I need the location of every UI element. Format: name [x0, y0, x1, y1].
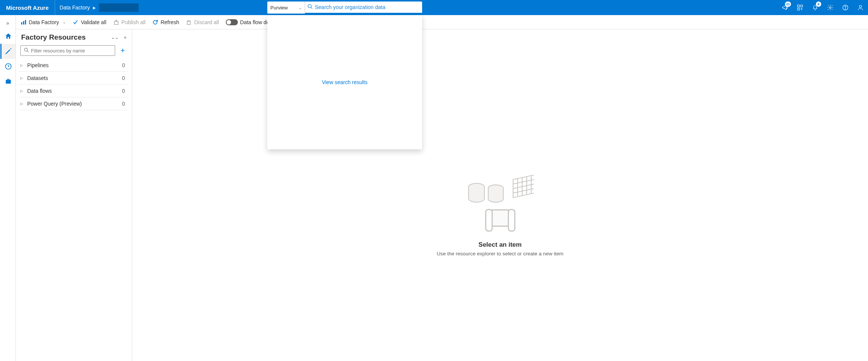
notifications-button[interactable]: 6	[808, 0, 823, 15]
chevron-down-icon: ⌄	[299, 6, 302, 10]
svg-rect-10	[6, 80, 11, 84]
svg-point-0	[308, 5, 311, 8]
resources-collapse-pane-icon[interactable]: «	[124, 35, 126, 40]
resources-filter-row: +	[19, 45, 129, 56]
feedback-button[interactable]	[853, 0, 868, 15]
chevron-right-icon: ▷	[20, 76, 24, 80]
command-validate-all[interactable]: Validate all	[72, 19, 106, 25]
left-rail: »	[0, 15, 16, 361]
resources-item-datasets[interactable]: ▷Datasets 0	[19, 72, 129, 84]
command-validate-all-label: Validate all	[81, 19, 106, 25]
notifications-badge: 6	[816, 2, 821, 7]
svg-point-16	[25, 48, 28, 51]
resources-item-powerquery[interactable]: ▷Power Query (Preview) 0	[19, 97, 129, 110]
resources-filter[interactable]	[20, 45, 115, 56]
svg-point-5	[829, 7, 831, 9]
command-discard-all: Discard all	[186, 19, 219, 25]
command-data-factory[interactable]: Data Factory ⌄	[20, 19, 66, 25]
chevron-right-icon: ▷	[20, 102, 24, 106]
resources-list: ▷Pipelines 0 ▷Datasets 0 ▷Data flows 0 ▷…	[19, 59, 129, 110]
nav-manage[interactable]	[0, 74, 15, 89]
command-publish-all-label: Publish all	[122, 19, 146, 25]
azure-header: Microsoft Azure Data Factory ▶ Purview ⌄…	[0, 0, 868, 15]
expand-rail[interactable]: »	[0, 17, 15, 29]
command-data-factory-label: Data Factory	[29, 19, 59, 25]
nav-author[interactable]	[0, 44, 15, 59]
resources-item-pipelines[interactable]: ▷Pipelines 0	[19, 59, 129, 72]
content-column: Data Factory ⌄ Validate all Publish all …	[16, 15, 868, 361]
help-button[interactable]	[838, 0, 853, 15]
svg-point-7	[845, 9, 845, 9]
search-scope-label: Purview	[270, 5, 288, 11]
nav-monitor[interactable]	[0, 59, 15, 74]
resources-item-dataflows[interactable]: ▷Data flows 0	[19, 84, 129, 97]
main: » Data Factory ⌄ Validate all	[0, 15, 868, 361]
resources-title: Factory Resources	[21, 33, 86, 41]
header-right: 21 6	[777, 0, 868, 15]
svg-rect-14	[114, 22, 118, 25]
empty-state-illustration	[464, 164, 536, 236]
resources-item-count: 0	[122, 62, 125, 68]
command-discard-all-label: Discard all	[194, 19, 219, 25]
empty-state-subtitle: Use the resource explorer to select or c…	[437, 251, 563, 257]
svg-rect-15	[187, 21, 190, 25]
command-publish-all: Publish all	[113, 19, 146, 25]
search-icon	[24, 47, 29, 54]
svg-rect-4	[797, 8, 799, 10]
resources-item-count: 0	[122, 101, 125, 107]
search-box[interactable]	[305, 2, 422, 14]
empty-state-title: Select an item	[437, 241, 563, 249]
resources-item-count: 0	[122, 75, 125, 81]
svg-point-8	[859, 5, 862, 8]
breadcrumb: Data Factory ▶	[55, 3, 139, 12]
breadcrumb-resource-redacted[interactable]	[99, 3, 139, 12]
command-refresh-label: Refresh	[160, 19, 179, 25]
svg-rect-12	[23, 21, 24, 25]
resources-item-label: Power Query (Preview)	[27, 101, 82, 107]
announcements-badge: 21	[785, 2, 791, 7]
svg-line-17	[27, 51, 28, 52]
resources-expand-all-icon[interactable]: ⌄⌄	[111, 35, 119, 40]
chevron-right-icon: ▶	[93, 6, 96, 10]
authoring-canvas: Select an item Use the resource explorer…	[132, 29, 868, 361]
search-input[interactable]	[315, 4, 420, 10]
sync-status-button[interactable]	[792, 0, 808, 15]
settings-button[interactable]	[823, 0, 838, 15]
svg-rect-13	[25, 20, 26, 25]
chevron-down-icon: ⌄	[63, 20, 66, 24]
search-results-dropdown: View search results	[267, 15, 422, 149]
svg-line-1	[311, 8, 313, 9]
chevron-right-icon: ▷	[20, 89, 24, 93]
svg-rect-11	[21, 22, 22, 25]
resources-item-count: 0	[122, 88, 125, 94]
resources-header: Factory Resources ⌄⌄ «	[19, 33, 129, 45]
search-icon	[307, 4, 313, 11]
resources-item-label: Data flows	[27, 88, 52, 94]
brand[interactable]: Microsoft Azure	[0, 0, 55, 15]
command-refresh[interactable]: Refresh	[152, 19, 179, 25]
data-flow-debug-toggle[interactable]	[226, 19, 238, 25]
resources-filter-input[interactable]	[31, 48, 112, 54]
breadcrumb-service[interactable]: Data Factory	[60, 5, 90, 11]
chevron-right-icon: ▷	[20, 63, 24, 67]
resources-item-label: Datasets	[27, 75, 48, 81]
resources-add-button[interactable]: +	[118, 46, 127, 55]
resources-item-label: Pipelines	[27, 62, 49, 68]
authoring-split: Factory Resources ⌄⌄ « +	[16, 29, 868, 361]
svg-rect-2	[797, 5, 799, 7]
nav-home[interactable]	[0, 29, 15, 44]
command-bar: Data Factory ⌄ Validate all Publish all …	[16, 15, 868, 29]
announcements-button[interactable]: 21	[777, 0, 792, 15]
resources-pane: Factory Resources ⌄⌄ « +	[16, 29, 132, 361]
view-search-results-link[interactable]: View search results	[322, 79, 367, 85]
search-scope-dropdown[interactable]: Purview ⌄	[267, 2, 305, 14]
svg-rect-3	[801, 5, 803, 7]
empty-state: Select an item Use the resource explorer…	[437, 164, 563, 257]
header-search: Purview ⌄	[267, 2, 422, 14]
